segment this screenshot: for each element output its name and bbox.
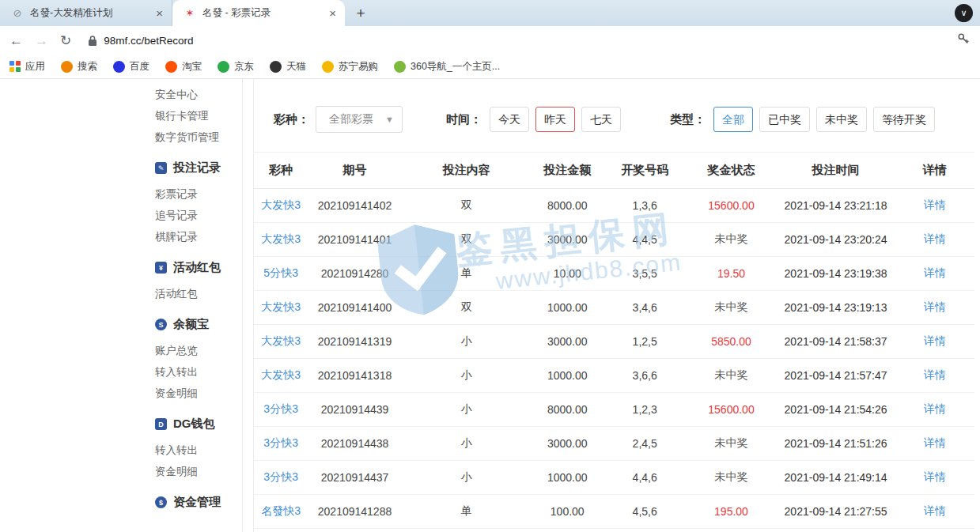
sidebar-item[interactable]: 数字货币管理 (155, 126, 242, 148)
sidebar-item[interactable]: 转入转出 (155, 440, 242, 461)
table-row: 大发快3202109141318小1000.003,6,6未中奖2021-09-… (254, 359, 974, 393)
sidebar-item[interactable]: 银行卡管理 (155, 105, 242, 126)
jd-favicon (218, 61, 229, 73)
time-filter-option[interactable]: 今天 (490, 107, 529, 132)
table-cell-amount: 100.00 (532, 495, 604, 529)
table-cell-detail: 详情 (895, 189, 974, 223)
bookmark-label: 天猫 (286, 60, 306, 74)
detail-link[interactable]: 详情 (924, 368, 946, 381)
sidebar-section-label: 余额宝 (173, 317, 209, 332)
table-cell-amount: 1000.00 (532, 461, 604, 495)
detail-link[interactable]: 详情 (924, 504, 946, 517)
table-cell-content: 单 (402, 257, 532, 291)
table-cell-lottery[interactable]: 大发快3 (254, 291, 308, 325)
table-cell-lottery[interactable]: 3分快3 (254, 461, 308, 495)
back-icon[interactable]: ← (9, 34, 23, 47)
sidebar-item[interactable]: 资金明细 (155, 383, 242, 404)
table-cell-detail: 详情 (895, 325, 974, 359)
bookmark-item[interactable]: 搜索 (61, 60, 97, 74)
bookmark-item[interactable]: 360导航_一个主页... (394, 60, 500, 74)
bookmark-item[interactable]: 天猫 (270, 60, 306, 74)
table-cell-issue: 20210914439 (308, 393, 401, 427)
bet-table: 彩种期号投注内容投注金额开奖号码奖金状态投注时间详情 大发快3202109141… (254, 152, 974, 529)
table-cell-lottery[interactable]: 5分快3 (254, 257, 308, 291)
bookmark-item[interactable]: 苏宁易购 (322, 60, 378, 74)
table-cell-status: 未中奖 (687, 291, 777, 325)
bookmark-label: 应用 (25, 60, 45, 74)
detail-link[interactable]: 详情 (924, 402, 946, 415)
refresh-icon[interactable]: ↻ (60, 34, 71, 47)
table-cell-lottery[interactable]: 大发快3 (254, 189, 308, 223)
tab-bet-record[interactable]: ✶ 名發 - 彩票记录 × (172, 0, 345, 26)
time-filter-option[interactable]: 昨天 (535, 107, 575, 132)
detail-link[interactable]: 详情 (924, 334, 946, 347)
detail-link[interactable]: 详情 (924, 470, 946, 483)
table-row: 3分快320210914439小8000.001,2,315600.002021… (254, 393, 974, 427)
bet-table-body: 大发快3202109141402双8000.001,3,615600.00202… (254, 189, 974, 529)
bookmark-item[interactable]: 百度 (113, 60, 149, 74)
bookmark-item[interactable]: 淘宝 (165, 60, 202, 74)
type-filter-option[interactable]: 等待开奖 (873, 107, 935, 132)
table-cell-status: 15600.00 (687, 189, 777, 223)
table-cell-time: 2021-09-14 21:54:26 (776, 393, 895, 427)
bookmark-item[interactable]: 京东 (218, 60, 254, 74)
table-cell-lottery[interactable]: 名發快3 (254, 495, 308, 529)
detail-link[interactable]: 详情 (924, 198, 946, 211)
address-bar[interactable]: 98mf.cc/betRecord (88, 35, 193, 47)
table-row: 大发快3202109141319小3000.001,2,55850.002021… (254, 325, 974, 359)
detail-link[interactable]: 详情 (924, 266, 946, 279)
filter-bar: 彩种： 全部彩票 ▼ 时间： 今天昨天七天 类型： 全部已中奖未中奖等待开奖 (254, 79, 974, 152)
table-cell-content: 双 (402, 223, 532, 257)
table-row: 名發快3202109141288单100.004,5,6195.002021-0… (254, 495, 974, 529)
detail-link[interactable]: 详情 (924, 436, 946, 449)
table-cell-lottery[interactable]: 大发快3 (254, 359, 308, 393)
tab-plan[interactable]: ⊘ 名發-大发精准计划 × (0, 0, 172, 26)
sidebar-section-funds[interactable]: $资金管理 (155, 495, 242, 510)
table-cell-numbers: 4,4,5 (604, 223, 687, 257)
detail-link[interactable]: 详情 (924, 300, 946, 313)
time-filter-option[interactable]: 七天 (581, 107, 621, 132)
table-cell-issue: 202109141319 (308, 325, 401, 359)
sidebar-item[interactable]: 账户总览 (155, 340, 242, 361)
password-key-icon[interactable] (956, 32, 971, 49)
detail-link[interactable]: 详情 (924, 232, 946, 245)
download-circle-icon[interactable]: ∨ (955, 4, 973, 22)
table-cell-lottery[interactable]: 3分快3 (254, 427, 308, 461)
table-footer: 共578条记录 12345...尾页下一页 (254, 529, 974, 532)
tab-close-icon[interactable]: × (327, 6, 339, 20)
sidebar-item[interactable]: 彩票记录 (155, 183, 242, 205)
table-cell-status: 5850.00 (687, 325, 777, 359)
table-cell-amount: 8000.00 (532, 393, 604, 427)
time-filter-group: 今天昨天七天 (490, 107, 621, 132)
table-cell-content: 单 (402, 495, 532, 529)
sidebar-item[interactable]: 转入转出 (155, 361, 242, 383)
sidebar-item[interactable]: 活动红包 (155, 283, 242, 304)
type-filter-group: 全部已中奖未中奖等待开奖 (713, 107, 935, 132)
lottery-select[interactable]: 全部彩票 ▼ (316, 106, 403, 133)
table-cell-lottery[interactable]: 3分快3 (254, 393, 308, 427)
sidebar-section-dg-wallet[interactable]: DDG钱包 (155, 417, 242, 432)
tab-bar: ⊘ 名發-大发精准计划 × ✶ 名發 - 彩票记录 × + ∨ (0, 0, 980, 26)
table-cell-time: 2021-09-14 23:20:24 (776, 223, 895, 257)
table-cell-lottery[interactable]: 大发快3 (254, 325, 308, 359)
table-cell-content: 小 (402, 461, 532, 495)
sidebar-section-label: 投注记录 (173, 160, 221, 175)
sidebar-section-bet-records[interactable]: ✎投注记录 (155, 160, 242, 175)
bookmark-item[interactable]: 应用 (9, 60, 45, 74)
forward-icon[interactable]: → (35, 34, 48, 47)
type-filter-option[interactable]: 未中奖 (816, 107, 867, 132)
new-tab-button[interactable]: + (350, 3, 372, 24)
tab-favicon: ⊘ (11, 7, 24, 19)
sidebar-item[interactable]: 追号记录 (155, 205, 242, 226)
sidebar-section-red-packet[interactable]: ¥活动红包 (155, 260, 242, 275)
table-cell-numbers: 2,4,5 (604, 427, 687, 461)
table-cell-lottery[interactable]: 大发快3 (254, 223, 308, 257)
type-filter-option[interactable]: 已中奖 (759, 107, 810, 132)
sidebar-item[interactable]: 资金明细 (155, 461, 242, 482)
sidebar-item[interactable]: 棋牌记录 (155, 226, 242, 247)
type-filter-option[interactable]: 全部 (713, 107, 753, 132)
table-cell-detail: 详情 (895, 359, 974, 393)
sidebar-item[interactable]: 安全中心 (155, 84, 242, 105)
sidebar-section-yuebao[interactable]: S余额宝 (155, 317, 242, 332)
tab-close-icon[interactable]: × (153, 6, 165, 20)
